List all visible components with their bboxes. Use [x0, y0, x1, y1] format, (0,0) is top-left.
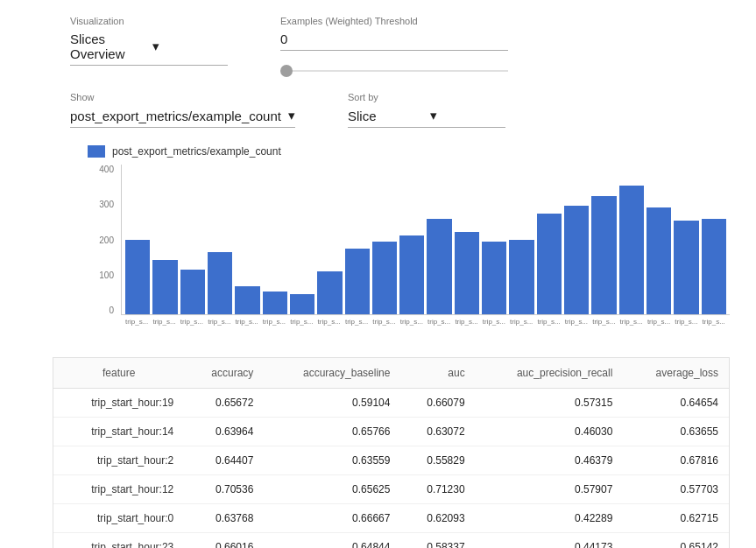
table-cell: 0.67816 [623, 446, 729, 475]
bar-col[interactable] [125, 165, 150, 314]
bar [208, 252, 232, 314]
bar [235, 286, 259, 314]
bar [152, 260, 177, 314]
bar-col[interactable] [674, 165, 698, 314]
visualization-value: Slices Overview [70, 32, 145, 61]
visualization-dropdown[interactable]: Slices Overview ▾ [70, 32, 228, 66]
bar-col[interactable] [263, 165, 287, 314]
bar-col[interactable] [208, 165, 232, 314]
bar [372, 242, 397, 314]
visualization-arrow-icon: ▾ [152, 39, 228, 54]
y-axis-label: 0 [109, 306, 114, 315]
sort-by-value: Slice [348, 109, 423, 123]
x-axis-label: trip_s... [289, 315, 314, 340]
bar-col[interactable] [619, 165, 644, 314]
table-cell: 0.42289 [476, 504, 624, 533]
bar-col[interactable] [591, 165, 616, 314]
table-cell: 0.55829 [400, 446, 475, 475]
bar-col[interactable] [427, 165, 451, 314]
y-axis-label: 300 [99, 200, 114, 209]
chart-section: post_export_metrics/example_count 010020… [0, 137, 756, 348]
bar-col[interactable] [152, 165, 177, 314]
x-axis-label: trip_s... [207, 315, 231, 340]
bar [509, 240, 533, 315]
threshold-slider[interactable] [280, 70, 508, 72]
table-cell: 0.65142 [623, 533, 729, 549]
table-row[interactable]: trip_start_hour:230.660160.648440.583370… [53, 533, 729, 549]
x-axis-label: trip_s... [344, 315, 369, 340]
table-cell: 0.63655 [623, 418, 729, 446]
bar-col[interactable] [564, 165, 589, 314]
bar [399, 235, 424, 314]
threshold-input[interactable] [280, 32, 508, 51]
bar-col[interactable] [235, 165, 259, 314]
chart-legend: post_export_metrics/example_count [88, 145, 730, 158]
sort-by-dropdown[interactable]: Slice ▾ [348, 108, 505, 128]
threshold-slider-container [280, 61, 508, 74]
bar-col[interactable] [372, 165, 397, 314]
x-axis-label: trip_s... [180, 315, 204, 340]
table-row[interactable]: trip_start_hour:140.639640.657660.630720… [53, 418, 729, 446]
threshold-label: Examples (Weighted) Threshold [280, 16, 508, 26]
x-axis-label: trip_s... [124, 315, 149, 340]
bar-col[interactable] [399, 165, 424, 314]
bar [482, 242, 506, 314]
table-cell: trip_start_hour:14 [53, 418, 184, 446]
bar-col[interactable] [345, 165, 370, 314]
bar [180, 270, 205, 314]
data-table: featureaccuracyaccuracy_baselineaucauc_p… [53, 358, 729, 548]
table-cell: 0.58337 [400, 533, 475, 549]
bar-col[interactable] [455, 165, 479, 314]
x-axis-label: trip_s... [591, 315, 616, 340]
bar-col[interactable] [317, 165, 342, 314]
table-row[interactable]: trip_start_hour:00.637680.666670.620930.… [53, 504, 729, 533]
bar-col[interactable] [180, 165, 205, 314]
table-cell: 0.64407 [184, 446, 264, 475]
table-cell: 0.63072 [400, 418, 475, 446]
table-cell: 0.57703 [623, 475, 729, 504]
bar [537, 214, 562, 314]
table-cell: 0.64844 [264, 533, 400, 549]
table-cell: 0.62715 [623, 504, 729, 533]
bar [125, 240, 150, 315]
bar [345, 249, 370, 314]
table-cell: 0.70536 [184, 475, 264, 504]
table-column-header: accuracy_baseline [264, 358, 400, 389]
table-row[interactable]: trip_start_hour:190.656720.591040.660790… [53, 389, 729, 418]
bar-col[interactable] [509, 165, 533, 314]
table-cell: 0.63559 [264, 446, 400, 475]
table-column-header: accuracy [184, 358, 264, 389]
table-body: trip_start_hour:190.656720.591040.660790… [53, 389, 729, 549]
table-cell: 0.46379 [476, 446, 624, 475]
bar-col[interactable] [290, 165, 314, 314]
bar-col[interactable] [702, 165, 726, 314]
bar [427, 219, 451, 314]
bar-col[interactable] [537, 165, 562, 314]
x-axis-label: trip_s... [371, 315, 396, 340]
table-cell: 0.66016 [184, 533, 264, 549]
table-cell: 0.65672 [184, 389, 264, 418]
table-cell: 0.66667 [264, 504, 400, 533]
bar-col[interactable] [646, 165, 671, 314]
bars-area [121, 165, 730, 315]
table-section: featureaccuracyaccuracy_baselineaucauc_p… [53, 357, 730, 548]
table-cell: 0.44173 [476, 533, 624, 549]
visualization-label: Visualization [70, 16, 228, 26]
show-dropdown[interactable]: post_export_metrics/example_count ▾ [70, 108, 295, 128]
table-row[interactable]: trip_start_hour:120.705360.656250.712300… [53, 475, 729, 504]
legend-label: post_export_metrics/example_count [112, 145, 281, 158]
x-axis-label: trip_s... [702, 315, 726, 340]
chart-wrapper: 0100200300400 trip_s...trip_s...trip_s..… [88, 165, 730, 340]
sort-by-control: Sort by Slice ▾ [348, 92, 505, 128]
table-cell: 0.71230 [400, 475, 475, 504]
table-cell: 0.62093 [400, 504, 475, 533]
table-cell: 0.46030 [476, 418, 624, 446]
table-row[interactable]: trip_start_hour:20.644070.635590.558290.… [53, 446, 729, 475]
x-axis-label: trip_s... [536, 315, 561, 340]
y-axis-label: 400 [99, 165, 114, 174]
x-axis-label: trip_s... [482, 315, 506, 340]
y-axis: 0100200300400 [88, 165, 118, 315]
table-cell: 0.57315 [476, 389, 624, 418]
table-cell: trip_start_hour:19 [53, 389, 184, 418]
bar-col[interactable] [482, 165, 506, 314]
